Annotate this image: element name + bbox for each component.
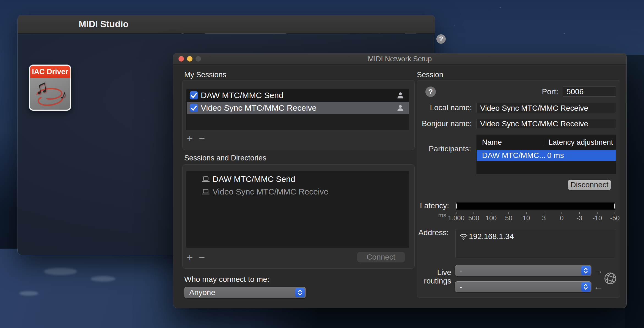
midi-network-setup-dialog: MIDI Network Setup My Sessions DAW MTC/M…	[173, 53, 627, 308]
latency-tick	[456, 212, 456, 214]
directory-item-name: Video Sync MTC/MMC Receive	[213, 187, 328, 196]
address-value: 192.168.1.34	[469, 229, 514, 244]
session-box: ? Port: 5006 Local name: Video Sync MTC/…	[417, 80, 620, 298]
session-name: DAW MTC/MMC Send	[201, 91, 284, 100]
live-routings-label-line2: routings	[424, 277, 451, 285]
live-routings-label: Live routings	[417, 268, 451, 285]
dialog-title: MIDI Network Setup	[173, 53, 626, 64]
participant-latency: 0 ms	[547, 150, 564, 161]
star	[500, 7, 501, 8]
desktop: MIDI Studio Default + − i ↻	[0, 0, 644, 328]
connect-button[interactable]: Connect	[357, 252, 405, 262]
latency-tick	[562, 212, 562, 214]
session-checkbox-checked[interactable]	[190, 91, 198, 99]
wifi-icon	[459, 233, 468, 240]
local-name-label: Local name:	[417, 104, 472, 112]
check-icon	[190, 91, 198, 99]
address-label: Address:	[417, 229, 449, 237]
directory-list[interactable]: DAW MTC/MMC Send Video Sync MTC/MMC Rece…	[186, 171, 409, 248]
wave-foam	[19, 291, 38, 296]
remove-session-button[interactable]: −	[197, 133, 207, 144]
participant-name: DAW MTC/MMC...	[482, 150, 546, 161]
session-row-selected[interactable]: Video Sync MTC/MMC Receive	[187, 102, 409, 114]
chevron-up-down-icon	[295, 288, 305, 297]
directory-item[interactable]: DAW MTC/MMC Send	[187, 173, 409, 185]
computer-icon	[202, 176, 210, 182]
latency-tick	[526, 212, 527, 214]
remove-directory-button[interactable]: −	[197, 252, 207, 263]
routing-out-value: -	[460, 265, 462, 276]
my-sessions-list[interactable]: DAW MTC/MMC Send Video Sync MTC/MMC Rece…	[186, 89, 409, 130]
who-may-connect-label: Who may connect to me:	[184, 275, 269, 283]
participants-label: Participants:	[417, 145, 471, 153]
chevron-up-down-icon	[581, 266, 590, 275]
latency-tick	[579, 212, 580, 214]
routing-out-dropdown[interactable]: -	[455, 265, 591, 276]
arrow-right-icon: →	[592, 265, 605, 276]
person-icon	[396, 91, 404, 99]
routing-in-dropdown[interactable]: -	[455, 281, 591, 292]
help-button[interactable]: ?	[436, 34, 446, 44]
latency-tick	[597, 212, 598, 214]
dialog-titlebar[interactable]: MIDI Network Setup	[173, 53, 626, 65]
person-icon	[396, 104, 404, 112]
column-latency[interactable]: Latency adjustment	[549, 135, 613, 150]
disconnect-button[interactable]: Disconnect	[568, 180, 611, 190]
who-may-connect-dropdown[interactable]: Anyone	[184, 287, 306, 298]
midi-studio-toolbar[interactable]: MIDI Studio Default + − i ↻	[18, 15, 435, 34]
iac-driver-label: IAC Driver	[30, 66, 70, 78]
star	[454, 25, 455, 26]
directory-item-name: DAW MTC/MMC Send	[213, 174, 295, 184]
add-session-button[interactable]: +	[185, 133, 195, 144]
directory-item[interactable]: Video Sync MTC/MMC Receive	[187, 185, 409, 198]
wave-foam	[44, 268, 77, 275]
live-routings-label-line1: Live	[437, 268, 451, 277]
port-field[interactable]: 5006	[563, 87, 616, 97]
chevron-up-down-icon	[581, 282, 590, 291]
latency-unit-label: ms	[417, 211, 446, 219]
session-header: Session	[417, 71, 443, 79]
latency-tick-label: -50	[604, 214, 626, 222]
who-may-connect-value: Anyone	[189, 287, 215, 298]
participants-table-header[interactable]: Name Latency adjustment	[477, 135, 616, 150]
session-checkbox-checked[interactable]	[190, 104, 198, 112]
bonjour-name-field[interactable]: Video Sync MTC/MMC Receive	[477, 119, 616, 129]
session-row[interactable]: DAW MTC/MMC Send	[187, 89, 409, 102]
computer-icon	[202, 189, 210, 195]
latency-tick	[491, 212, 491, 214]
routing-in-value: -	[460, 281, 462, 292]
iac-driver-device[interactable]: IAC Driver ♫ ♪	[29, 65, 71, 111]
star	[564, 33, 565, 34]
port-label: Port:	[519, 88, 558, 96]
latency-meter	[455, 202, 616, 210]
add-directory-button[interactable]: +	[185, 252, 195, 263]
my-sessions-box: DAW MTC/MMC Send Video Sync MTC/MMC Rece…	[182, 80, 415, 150]
directories-box: DAW MTC/MMC Send Video Sync MTC/MMC Rece…	[182, 164, 415, 269]
session-name: Video Sync MTC/MMC Receive	[201, 103, 317, 113]
participant-row-selected[interactable]: DAW MTC/MMC... 0 ms	[477, 150, 616, 161]
latency-tick	[474, 212, 474, 214]
window-title: MIDI Studio	[79, 15, 128, 33]
desktop-wallpaper-hills	[625, 55, 644, 328]
address-box: 192.168.1.34	[455, 229, 616, 258]
column-name[interactable]: Name	[482, 135, 502, 150]
latency-label: Latency:	[417, 202, 449, 210]
bonjour-name-label: Bonjour name:	[417, 119, 472, 128]
wave-foam	[91, 276, 115, 282]
latency-tick	[508, 212, 509, 214]
column-divider	[545, 138, 545, 146]
directories-header: Sessions and Directories	[184, 154, 266, 162]
local-name-field[interactable]: Video Sync MTC/MMC Receive	[477, 103, 616, 113]
latency-tick	[615, 212, 615, 214]
help-button[interactable]: ?	[425, 87, 436, 97]
my-sessions-header: My Sessions	[184, 71, 226, 79]
latency-tick	[544, 212, 544, 214]
participants-table[interactable]: Name Latency adjustment DAW MTC/MMC... 0…	[477, 135, 616, 174]
check-icon	[190, 104, 198, 112]
